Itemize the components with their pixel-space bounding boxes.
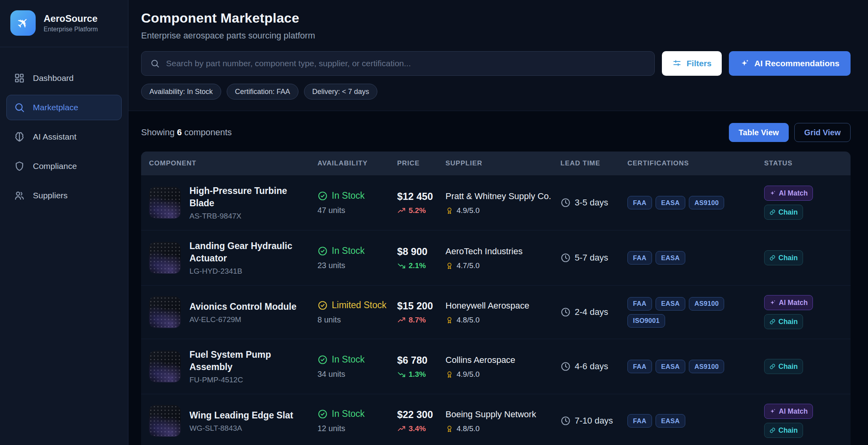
availability-status: In Stock <box>332 354 365 365</box>
lead-time-value: 2-4 days <box>575 306 608 318</box>
search-input[interactable] <box>166 59 646 68</box>
page-header: Component Marketplace Enterprise aerospa… <box>128 0 868 111</box>
column-header-certifications: Certifications <box>627 152 764 175</box>
brain-icon <box>14 131 25 142</box>
component-text: High-Pressure Turbine Blade AS-TRB-9847X <box>189 185 312 221</box>
price-value: $12 450 <box>397 191 440 202</box>
results-count: 6 <box>177 127 182 137</box>
column-header-price: Price <box>397 152 445 175</box>
ai-match-badge[interactable]: AI Match <box>764 404 813 419</box>
units-count: 34 units <box>317 370 392 379</box>
sparkles-icon <box>769 408 776 415</box>
components-table: Component Availability Price Supplier Le… <box>141 152 851 445</box>
supplier-rating: 4.9/5.0 <box>445 206 555 215</box>
sidebar-item-label: Compliance <box>33 161 77 171</box>
trend-down-icon <box>397 370 406 379</box>
chain-label: Chain <box>778 318 798 326</box>
sidebar-item-label: Suppliers <box>33 191 68 200</box>
clock-icon <box>560 253 571 263</box>
filters-button[interactable]: Filters <box>662 51 722 76</box>
table-row[interactable]: Landing Gear Hydraulic Actuator LG-HYD-2… <box>141 230 851 285</box>
filter-chip-delivery[interactable]: Delivery: < 7 days <box>304 84 378 100</box>
certification-badge: EASA <box>656 414 685 428</box>
check-circle-icon <box>317 355 328 365</box>
chain-badge[interactable]: Chain <box>764 250 803 265</box>
clock-icon <box>560 416 571 426</box>
supplier-cell: Collins Aerospace 4.9/5.0 <box>445 345 560 388</box>
price-value: $8 900 <box>397 246 440 257</box>
price-cell: $22 300 3.4% <box>397 399 445 443</box>
component-thumbnail <box>149 296 181 328</box>
price-trend: 2.1% <box>397 261 440 270</box>
certification-badge: FAA <box>627 360 652 373</box>
results-suffix: components <box>184 127 232 137</box>
availability-status: In Stock <box>332 190 365 201</box>
table-row[interactable]: Fuel System Pump Assembly FU-PMP-4512C I… <box>141 339 851 394</box>
certification-badge: AS9100 <box>689 360 724 373</box>
filters-button-label: Filters <box>686 59 711 68</box>
certifications-cell: FAAEASAAS9100ISO9001 <box>627 286 764 339</box>
lead-time-value: 7-10 days <box>575 415 613 427</box>
sidebar-item-label: AI Assistant <box>33 132 76 142</box>
view-toggle: Table View Grid View <box>729 123 851 142</box>
ai-recommendations-label: AI Recommendations <box>754 59 839 68</box>
chain-badge[interactable]: Chain <box>764 423 803 438</box>
chain-badge[interactable]: Chain <box>764 205 803 220</box>
search-icon <box>14 102 25 113</box>
check-circle-icon <box>317 246 328 256</box>
certification-badge: FAA <box>627 414 652 428</box>
filter-chip-certification[interactable]: Certification: FAA <box>227 84 298 100</box>
ai-match-badge[interactable]: AI Match <box>764 186 813 201</box>
search-box[interactable] <box>141 51 655 76</box>
price-trend: 3.4% <box>397 424 440 433</box>
ai-recommendations-button[interactable]: AI Recommendations <box>729 51 851 76</box>
supplier-cell: Pratt & Whitney Supply Co. 4.9/5.0 <box>445 181 560 224</box>
trend-value: 3.4% <box>409 424 426 433</box>
price-value: $15 200 <box>397 300 440 312</box>
clock-icon <box>560 361 571 372</box>
check-circle-icon <box>317 300 328 311</box>
check-circle-icon <box>317 409 328 419</box>
lead-time-cell: 4-6 days <box>560 339 627 394</box>
brand-logo-airplane-icon: ✈ <box>10 10 36 36</box>
grid-view-button[interactable]: Grid View <box>794 123 851 142</box>
sidebar-item-marketplace[interactable]: Marketplace <box>6 95 122 120</box>
sidebar-item-suppliers[interactable]: Suppliers <box>6 183 122 208</box>
main-area: Component Marketplace Enterprise aerospa… <box>128 0 868 445</box>
certifications-cell: FAAEASAAS9100 <box>627 175 764 230</box>
units-count: 8 units <box>317 315 392 324</box>
supplier-cell: Honeywell Aerospace 4.8/5.0 <box>445 290 560 334</box>
certification-badge: EASA <box>656 251 685 265</box>
filter-chip-availability[interactable]: Availability: In Stock <box>141 84 221 100</box>
ai-match-label: AI Match <box>779 407 808 416</box>
component-name: Wing Leading Edge Slat <box>189 409 293 422</box>
table-row[interactable]: Wing Leading Edge Slat WG-SLT-8843A In S… <box>141 394 851 445</box>
lead-time-cell: 3-5 days <box>560 175 627 230</box>
component-text: Avionics Control Module AV-ELC-6729M <box>189 301 296 324</box>
ai-match-label: AI Match <box>779 189 808 198</box>
component-thumbnail <box>149 187 181 219</box>
table-header-row: Component Availability Price Supplier Le… <box>141 152 851 175</box>
units-count: 23 units <box>317 261 392 270</box>
availability-cell: In Stock 47 units <box>317 181 397 224</box>
certifications-cell: FAAEASA <box>627 230 764 285</box>
ai-match-badge[interactable]: AI Match <box>764 295 813 310</box>
link-icon <box>769 209 776 215</box>
table-row[interactable]: Avionics Control Module AV-ELC-6729M Lim… <box>141 285 851 339</box>
chain-badge[interactable]: Chain <box>764 359 803 374</box>
sidebar-item-dashboard[interactable]: Dashboard <box>6 65 122 91</box>
users-icon <box>14 190 25 201</box>
chain-badge[interactable]: Chain <box>764 314 803 329</box>
sidebar-item-compliance[interactable]: Compliance <box>6 153 122 179</box>
sidebar-item-ai-assistant[interactable]: AI Assistant <box>6 124 122 150</box>
check-circle-icon <box>317 191 328 201</box>
brand-text: AeroSource Enterprise Platform <box>44 13 98 33</box>
table-view-button[interactable]: Table View <box>729 123 789 142</box>
rating-value: 4.9/5.0 <box>457 206 480 215</box>
brand-subtitle: Enterprise Platform <box>44 26 98 33</box>
price-value: $6 780 <box>397 355 440 366</box>
column-header-lead-time: Lead Time <box>560 152 627 175</box>
table-row[interactable]: High-Pressure Turbine Blade AS-TRB-9847X… <box>141 175 851 230</box>
price-value: $22 300 <box>397 409 440 420</box>
certification-badge: EASA <box>656 196 685 209</box>
